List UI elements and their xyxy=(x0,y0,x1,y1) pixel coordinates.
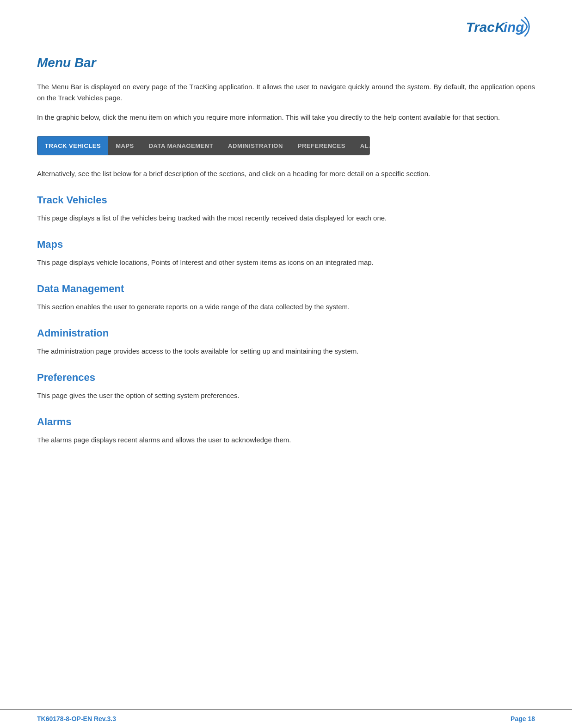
intro-paragraph-2: In the graphic below, click the menu ite… xyxy=(37,112,535,123)
logo-area: Trac K ing xyxy=(37,14,535,42)
menu-item-preferences[interactable]: PREFERENCES xyxy=(290,136,353,155)
section-desc-administration: The administration page provides access … xyxy=(37,346,535,357)
sections-list: Track VehiclesThis page displays a list … xyxy=(37,194,535,446)
page-container: Trac K ing Menu Bar The Menu Bar is disp… xyxy=(0,0,572,728)
section-desc-track-vehicles: This page displays a list of the vehicle… xyxy=(37,213,535,224)
section-heading-alarms[interactable]: Alarms xyxy=(37,416,535,428)
menu-item-maps[interactable]: MAPS xyxy=(108,136,141,155)
section-heading-preferences[interactable]: Preferences xyxy=(37,372,535,384)
page-title: Menu Bar xyxy=(37,55,535,70)
section-heading-administration[interactable]: Administration xyxy=(37,327,535,339)
menu-bar-mockup[interactable]: TRACK VEHICLESMAPSDATA MANAGEMENTADMINIS… xyxy=(37,136,370,155)
menu-item-data-management[interactable]: DATA MANAGEMENT xyxy=(141,136,221,155)
section-heading-data-management[interactable]: Data Management xyxy=(37,283,535,295)
menu-item-track-vehicles[interactable]: TRACK VEHICLES xyxy=(37,136,108,155)
page-footer: TK60178-8-OP-EN Rev.3.3 Page 18 xyxy=(0,709,572,728)
section-heading-maps[interactable]: Maps xyxy=(37,239,535,251)
intro-paragraph-1: The Menu Bar is displayed on every page … xyxy=(37,81,535,104)
section-desc-alarms: The alarms page displays recent alarms a… xyxy=(37,434,535,446)
alt-text: Alternatively, see the list below for a … xyxy=(37,168,535,179)
footer-page-number: Page 18 xyxy=(510,715,535,722)
section-desc-preferences: This page gives the user the option of s… xyxy=(37,390,535,401)
footer-doc-id: TK60178-8-OP-EN Rev.3.3 xyxy=(37,715,116,722)
menu-item-alarms[interactable]: ALARMS xyxy=(353,136,370,155)
tracking-logo: Trac K ing xyxy=(461,14,535,42)
section-heading-track-vehicles[interactable]: Track Vehicles xyxy=(37,194,535,206)
svg-text:Trac: Trac xyxy=(466,19,495,35)
menu-item-administration[interactable]: ADMINISTRATION xyxy=(221,136,290,155)
svg-text:ing: ing xyxy=(504,19,524,35)
section-desc-data-management: This section enables the user to generat… xyxy=(37,301,535,312)
section-desc-maps: This page displays vehicle locations, Po… xyxy=(37,257,535,268)
